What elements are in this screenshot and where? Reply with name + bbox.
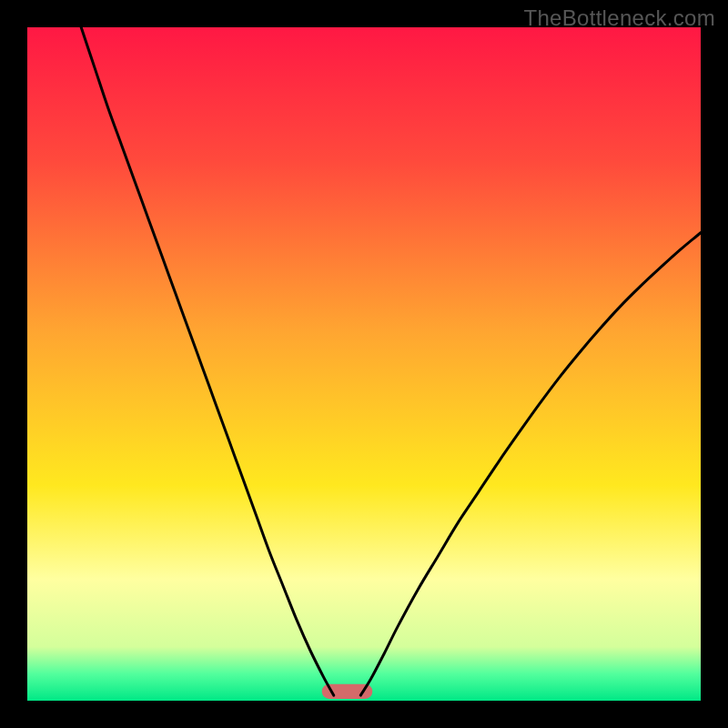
plot-area	[27, 27, 701, 701]
gradient-background	[27, 27, 701, 701]
chart-frame: TheBottleneck.com	[0, 0, 728, 728]
chart-svg	[27, 27, 701, 701]
watermark-text: TheBottleneck.com	[523, 5, 715, 31]
